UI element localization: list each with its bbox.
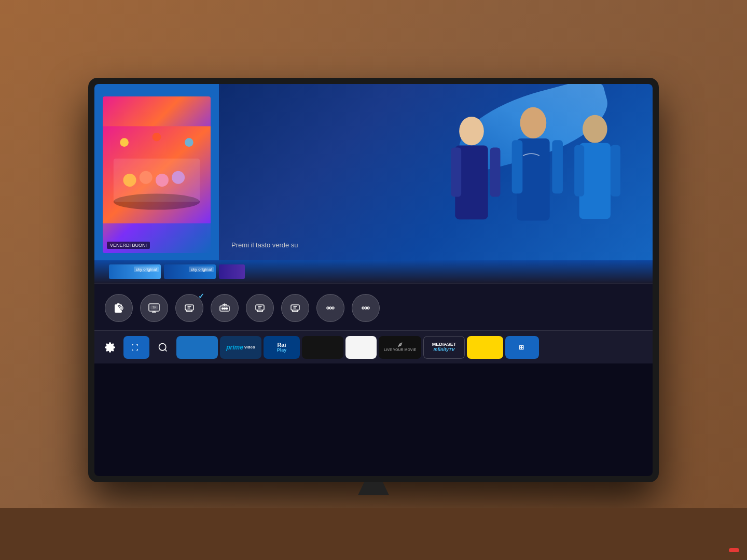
oggi-thumb-3[interactable]	[219, 264, 245, 279]
sorgente-hdmi3-icon	[281, 294, 309, 322]
svg-rect-13	[490, 147, 501, 197]
svg-point-10	[459, 117, 484, 145]
svg-point-9	[185, 138, 193, 147]
svg-rect-26	[185, 305, 193, 310]
sorgente-modem[interactable]	[211, 294, 239, 325]
sorgente-av-icon	[316, 294, 344, 322]
app-pluto[interactable]	[467, 336, 503, 359]
oggi-thumb-1[interactable]: sky original	[109, 264, 161, 279]
hdmi1-icon	[254, 302, 266, 314]
chili-logo: 🌶 LIVE YOUR MOVIE	[384, 343, 416, 352]
app-mediaset[interactable]: MEDIASET InfinityTV	[423, 336, 465, 359]
gear-icon	[104, 342, 116, 353]
sky-original-badge-1: sky original	[134, 267, 159, 272]
tv-stand	[358, 482, 389, 495]
tv-frame: VENERDÌ BUONI	[88, 78, 659, 482]
sorgente-av[interactable]	[316, 294, 344, 325]
sorgente-hdmi3[interactable]	[281, 294, 309, 325]
tv-icon: TV	[148, 302, 160, 314]
prime-logo: prime video	[226, 344, 255, 351]
sorgente-componente-icon	[352, 294, 380, 322]
sky-left-panel: VENERDÌ BUONI	[94, 84, 219, 260]
connection-icon	[113, 302, 125, 314]
sorgente-selected-check: ✓	[198, 292, 204, 300]
svg-rect-32	[291, 305, 299, 310]
sorgente-hdmi1[interactable]	[246, 294, 274, 325]
sorgente-componente[interactable]	[352, 294, 380, 325]
svg-point-6	[172, 171, 185, 184]
prime-video-text: video	[244, 345, 255, 349]
svg-point-18	[583, 115, 607, 143]
sorgente-modem-icon	[211, 294, 239, 322]
app-dazn[interactable]	[345, 336, 377, 359]
component-icon	[359, 302, 372, 314]
app-rai-play[interactable]: Rai Play	[264, 336, 300, 359]
prime-text: prime	[226, 344, 243, 351]
svg-point-3	[123, 174, 136, 187]
sport-banner-description: Premi il tasto verde su	[231, 230, 298, 250]
desk-furniture	[0, 508, 747, 560]
svg-point-28	[222, 308, 224, 310]
search-button[interactable]	[151, 336, 174, 359]
athletes-svg	[414, 84, 653, 260]
sorgente-button[interactable]	[123, 336, 149, 359]
oggi-section: sky original sky original	[94, 260, 653, 283]
subito-watermark	[729, 548, 739, 552]
app-tv-diretta[interactable]	[176, 336, 218, 359]
chili-sub: LIVE YOUR MOVIE	[384, 348, 416, 352]
svg-rect-17	[552, 140, 563, 193]
rai-text: Rai	[277, 342, 286, 348]
athletes-container	[414, 84, 653, 260]
svg-point-14	[520, 107, 547, 138]
svg-rect-12	[451, 147, 462, 197]
sky-right-panel: Premi il tasto verde su	[219, 84, 653, 260]
sorgenti-section: TV	[94, 283, 653, 330]
thumbnail-overlay: VENERDÌ BUONI	[107, 242, 150, 249]
hero-area: VENERDÌ BUONI	[94, 84, 653, 260]
oggi-thumb-2[interactable]: sky original	[164, 264, 216, 279]
svg-point-29	[224, 308, 226, 310]
mediaset-logo: MEDIASET InfinityTV	[432, 342, 457, 353]
svg-point-34	[329, 307, 331, 309]
svg-point-8	[153, 133, 161, 142]
av-icon	[324, 302, 337, 314]
sorgente-guida[interactable]	[105, 294, 133, 325]
apps-grid-icon: ⊞	[519, 344, 524, 351]
rai-play-text: Play	[277, 348, 287, 353]
modem-icon	[218, 302, 231, 314]
svg-point-39	[159, 343, 166, 350]
sorgente-icon	[131, 343, 139, 352]
svg-rect-16	[512, 140, 523, 193]
svg-point-37	[365, 307, 367, 309]
svg-point-38	[367, 307, 369, 309]
hdmi3-icon	[289, 302, 301, 314]
app-prime-video[interactable]: prime video	[220, 336, 261, 359]
svg-point-5	[156, 174, 169, 187]
sorgente-tv-icon: TV	[140, 294, 168, 322]
sorgente-tv[interactable]: TV	[140, 294, 168, 325]
tv-screen: VENERDÌ BUONI	[94, 84, 653, 476]
chili-icon-symbol: 🌶	[398, 343, 403, 348]
svg-point-36	[362, 307, 364, 309]
tv-thumbnail[interactable]: VENERDÌ BUONI	[103, 96, 211, 253]
bottom-bar: prime video Rai Play	[94, 330, 653, 363]
svg-point-33	[327, 307, 329, 309]
sorgente-hdmi1-icon	[246, 294, 274, 322]
mediaset-infinity-text: InfinityTV	[434, 347, 455, 353]
search-icon	[158, 342, 168, 353]
svg-rect-31	[256, 305, 264, 310]
app-netflix[interactable]	[302, 336, 343, 359]
sport-text-container: Premi il tasto verde su	[231, 225, 298, 250]
svg-rect-21	[611, 145, 620, 197]
oggi-thumbnails: sky original sky original	[109, 264, 245, 279]
svg-point-7	[120, 138, 129, 147]
app-apps[interactable]: ⊞	[505, 336, 539, 359]
app-chili[interactable]: 🌶 LIVE YOUR MOVIE	[379, 336, 421, 359]
svg-point-4	[140, 171, 153, 184]
sorgente-hdmi2[interactable]: ✓	[175, 294, 203, 325]
svg-point-30	[226, 308, 228, 310]
svg-text:TV: TV	[153, 306, 156, 309]
thumbnail-image	[103, 96, 211, 253]
sky-original-badge-2: sky original	[189, 267, 214, 272]
settings-button[interactable]	[99, 336, 121, 359]
